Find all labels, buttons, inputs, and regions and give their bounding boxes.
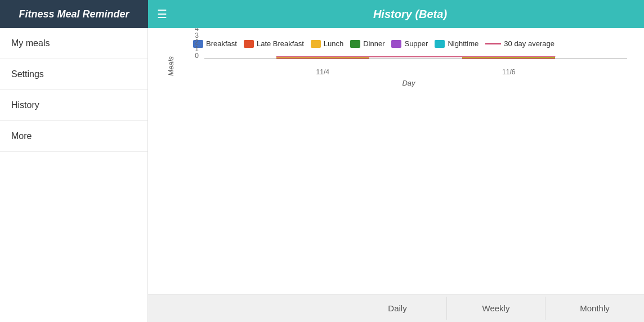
legend-color-nighttime: [435, 40, 445, 48]
x-axis-line: [204, 59, 627, 59]
legend-dinner: Dinner: [350, 39, 384, 48]
page-title: History (Beta): [176, 8, 644, 21]
legend-lunch: Lunch: [311, 39, 343, 48]
legend-supper: Supper: [391, 39, 428, 48]
legend-color-lunch: [311, 40, 321, 48]
menu-button[interactable]: ☰: [148, 7, 176, 21]
y-label-2: 2: [179, 39, 202, 46]
legend-avg-line: 30 day average: [485, 39, 554, 48]
chart-area: Breakfast Late Breakfast Lunch Dinner Su…: [148, 28, 644, 294]
legend-line-avg: [485, 43, 501, 44]
y-label-0: 0: [179, 52, 202, 59]
app-logo: Fitness Meal Reminder: [0, 0, 148, 28]
tab-daily[interactable]: Daily: [348, 297, 447, 320]
y-label-1: 1: [179, 46, 202, 52]
y-label-3: 3: [179, 32, 202, 39]
sidebar-item-my-meals[interactable]: My meals: [0, 28, 147, 59]
x-labels: 11/411/6: [204, 62, 627, 76]
sidebar-item-history[interactable]: History: [0, 90, 147, 121]
sidebar: My meals Settings History More: [0, 28, 148, 322]
sidebar-item-settings[interactable]: Settings: [0, 59, 147, 90]
y-axis-label: Meals: [165, 56, 176, 76]
y-labels: 0123456: [179, 56, 202, 59]
chart-legend: Breakfast Late Breakfast Lunch Dinner Su…: [193, 39, 627, 48]
app-container: My meals Settings History More Breakfast…: [0, 28, 644, 322]
chart-container: Meals 0123456 11/411/6: [165, 56, 627, 76]
legend-nighttime: Nighttime: [435, 39, 478, 48]
main-content: Breakfast Late Breakfast Lunch Dinner Su…: [148, 28, 644, 322]
legend-color-late-breakfast: [244, 40, 254, 48]
logo-text: Fitness Meal Reminder: [19, 8, 129, 20]
legend-color-supper: [391, 40, 401, 48]
legend-late-breakfast: Late Breakfast: [244, 39, 304, 48]
header: Fitness Meal Reminder ☰ History (Beta): [0, 0, 644, 28]
x-axis-label: Day: [190, 79, 627, 87]
tab-monthly[interactable]: Monthly: [545, 297, 644, 320]
x-label-11/6: 11/6: [502, 68, 515, 76]
legend-color-dinner: [350, 40, 360, 48]
x-label-11/4: 11/4: [316, 68, 329, 76]
chart-inner: 0123456 11/411/6: [179, 56, 627, 76]
tab-weekly[interactable]: Weekly: [447, 297, 545, 320]
bottom-tabs: DailyWeeklyMonthly: [148, 294, 644, 322]
sidebar-item-more[interactable]: More: [0, 121, 147, 152]
